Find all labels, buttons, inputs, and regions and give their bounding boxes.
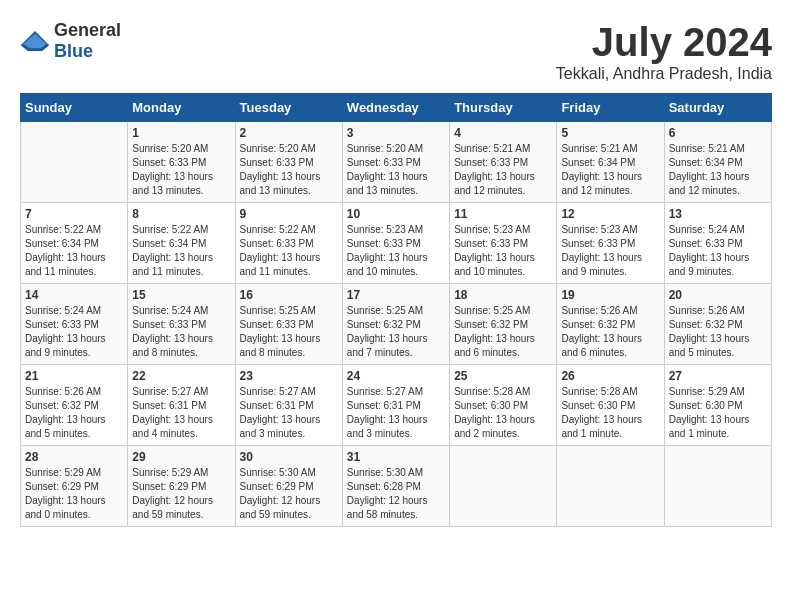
day-number: 7 [25,207,123,221]
day-info: Sunrise: 5:21 AM Sunset: 6:34 PM Dayligh… [561,142,659,198]
day-info: Sunrise: 5:24 AM Sunset: 6:33 PM Dayligh… [132,304,230,360]
day-info: Sunrise: 5:26 AM Sunset: 6:32 PM Dayligh… [25,385,123,441]
day-cell: 28Sunrise: 5:29 AM Sunset: 6:29 PM Dayli… [21,446,128,527]
day-info: Sunrise: 5:30 AM Sunset: 6:28 PM Dayligh… [347,466,445,522]
day-cell: 10Sunrise: 5:23 AM Sunset: 6:33 PM Dayli… [342,203,449,284]
day-number: 20 [669,288,767,302]
day-cell: 11Sunrise: 5:23 AM Sunset: 6:33 PM Dayli… [450,203,557,284]
day-info: Sunrise: 5:20 AM Sunset: 6:33 PM Dayligh… [347,142,445,198]
day-number: 29 [132,450,230,464]
day-number: 8 [132,207,230,221]
week-row-5: 28Sunrise: 5:29 AM Sunset: 6:29 PM Dayli… [21,446,772,527]
day-info: Sunrise: 5:26 AM Sunset: 6:32 PM Dayligh… [561,304,659,360]
day-cell: 23Sunrise: 5:27 AM Sunset: 6:31 PM Dayli… [235,365,342,446]
day-info: Sunrise: 5:23 AM Sunset: 6:33 PM Dayligh… [454,223,552,279]
day-info: Sunrise: 5:25 AM Sunset: 6:33 PM Dayligh… [240,304,338,360]
day-number: 26 [561,369,659,383]
day-number: 9 [240,207,338,221]
day-number: 3 [347,126,445,140]
day-info: Sunrise: 5:28 AM Sunset: 6:30 PM Dayligh… [454,385,552,441]
day-header-saturday: Saturday [664,94,771,122]
day-cell: 12Sunrise: 5:23 AM Sunset: 6:33 PM Dayli… [557,203,664,284]
day-info: Sunrise: 5:23 AM Sunset: 6:33 PM Dayligh… [561,223,659,279]
day-cell: 22Sunrise: 5:27 AM Sunset: 6:31 PM Dayli… [128,365,235,446]
day-cell: 6Sunrise: 5:21 AM Sunset: 6:34 PM Daylig… [664,122,771,203]
day-info: Sunrise: 5:29 AM Sunset: 6:30 PM Dayligh… [669,385,767,441]
day-number: 18 [454,288,552,302]
day-cell: 5Sunrise: 5:21 AM Sunset: 6:34 PM Daylig… [557,122,664,203]
day-number: 19 [561,288,659,302]
day-number: 4 [454,126,552,140]
day-header-monday: Monday [128,94,235,122]
day-info: Sunrise: 5:27 AM Sunset: 6:31 PM Dayligh… [132,385,230,441]
day-number: 24 [347,369,445,383]
day-cell: 14Sunrise: 5:24 AM Sunset: 6:33 PM Dayli… [21,284,128,365]
day-info: Sunrise: 5:26 AM Sunset: 6:32 PM Dayligh… [669,304,767,360]
day-info: Sunrise: 5:27 AM Sunset: 6:31 PM Dayligh… [240,385,338,441]
day-cell: 9Sunrise: 5:22 AM Sunset: 6:33 PM Daylig… [235,203,342,284]
day-number: 25 [454,369,552,383]
day-info: Sunrise: 5:22 AM Sunset: 6:34 PM Dayligh… [132,223,230,279]
day-number: 27 [669,369,767,383]
day-info: Sunrise: 5:20 AM Sunset: 6:33 PM Dayligh… [132,142,230,198]
day-cell [450,446,557,527]
day-number: 12 [561,207,659,221]
day-cell: 3Sunrise: 5:20 AM Sunset: 6:33 PM Daylig… [342,122,449,203]
day-cell: 18Sunrise: 5:25 AM Sunset: 6:32 PM Dayli… [450,284,557,365]
header-row: SundayMondayTuesdayWednesdayThursdayFrid… [21,94,772,122]
day-number: 16 [240,288,338,302]
day-info: Sunrise: 5:25 AM Sunset: 6:32 PM Dayligh… [454,304,552,360]
day-header-wednesday: Wednesday [342,94,449,122]
day-number: 10 [347,207,445,221]
day-cell: 29Sunrise: 5:29 AM Sunset: 6:29 PM Dayli… [128,446,235,527]
day-info: Sunrise: 5:30 AM Sunset: 6:29 PM Dayligh… [240,466,338,522]
day-number: 22 [132,369,230,383]
week-row-1: 1Sunrise: 5:20 AM Sunset: 6:33 PM Daylig… [21,122,772,203]
day-cell: 24Sunrise: 5:27 AM Sunset: 6:31 PM Dayli… [342,365,449,446]
day-cell: 2Sunrise: 5:20 AM Sunset: 6:33 PM Daylig… [235,122,342,203]
day-info: Sunrise: 5:20 AM Sunset: 6:33 PM Dayligh… [240,142,338,198]
day-info: Sunrise: 5:29 AM Sunset: 6:29 PM Dayligh… [25,466,123,522]
day-cell: 15Sunrise: 5:24 AM Sunset: 6:33 PM Dayli… [128,284,235,365]
day-info: Sunrise: 5:24 AM Sunset: 6:33 PM Dayligh… [669,223,767,279]
header: General Blue July 2024 Tekkali, Andhra P… [20,20,772,83]
logo-blue: Blue [54,41,93,61]
day-info: Sunrise: 5:24 AM Sunset: 6:33 PM Dayligh… [25,304,123,360]
day-info: Sunrise: 5:29 AM Sunset: 6:29 PM Dayligh… [132,466,230,522]
day-number: 21 [25,369,123,383]
day-cell: 25Sunrise: 5:28 AM Sunset: 6:30 PM Dayli… [450,365,557,446]
day-cell: 19Sunrise: 5:26 AM Sunset: 6:32 PM Dayli… [557,284,664,365]
subtitle: Tekkali, Andhra Pradesh, India [556,65,772,83]
day-cell: 31Sunrise: 5:30 AM Sunset: 6:28 PM Dayli… [342,446,449,527]
day-cell: 1Sunrise: 5:20 AM Sunset: 6:33 PM Daylig… [128,122,235,203]
day-cell: 27Sunrise: 5:29 AM Sunset: 6:30 PM Dayli… [664,365,771,446]
day-number: 31 [347,450,445,464]
week-row-4: 21Sunrise: 5:26 AM Sunset: 6:32 PM Dayli… [21,365,772,446]
day-header-tuesday: Tuesday [235,94,342,122]
day-cell: 7Sunrise: 5:22 AM Sunset: 6:34 PM Daylig… [21,203,128,284]
day-number: 28 [25,450,123,464]
day-cell: 16Sunrise: 5:25 AM Sunset: 6:33 PM Dayli… [235,284,342,365]
day-number: 1 [132,126,230,140]
day-header-friday: Friday [557,94,664,122]
day-cell: 8Sunrise: 5:22 AM Sunset: 6:34 PM Daylig… [128,203,235,284]
day-number: 17 [347,288,445,302]
day-info: Sunrise: 5:21 AM Sunset: 6:34 PM Dayligh… [669,142,767,198]
day-number: 6 [669,126,767,140]
day-cell: 21Sunrise: 5:26 AM Sunset: 6:32 PM Dayli… [21,365,128,446]
svg-marker-1 [24,34,47,48]
day-number: 30 [240,450,338,464]
day-cell: 17Sunrise: 5:25 AM Sunset: 6:32 PM Dayli… [342,284,449,365]
day-cell: 26Sunrise: 5:28 AM Sunset: 6:30 PM Dayli… [557,365,664,446]
week-row-3: 14Sunrise: 5:24 AM Sunset: 6:33 PM Dayli… [21,284,772,365]
day-cell: 4Sunrise: 5:21 AM Sunset: 6:33 PM Daylig… [450,122,557,203]
day-number: 2 [240,126,338,140]
calendar-table: SundayMondayTuesdayWednesdayThursdayFrid… [20,93,772,527]
day-info: Sunrise: 5:22 AM Sunset: 6:33 PM Dayligh… [240,223,338,279]
week-row-2: 7Sunrise: 5:22 AM Sunset: 6:34 PM Daylig… [21,203,772,284]
title-area: July 2024 Tekkali, Andhra Pradesh, India [556,20,772,83]
day-cell: 30Sunrise: 5:30 AM Sunset: 6:29 PM Dayli… [235,446,342,527]
logo-text: General Blue [54,20,121,62]
main-title: July 2024 [556,20,772,65]
day-info: Sunrise: 5:27 AM Sunset: 6:31 PM Dayligh… [347,385,445,441]
